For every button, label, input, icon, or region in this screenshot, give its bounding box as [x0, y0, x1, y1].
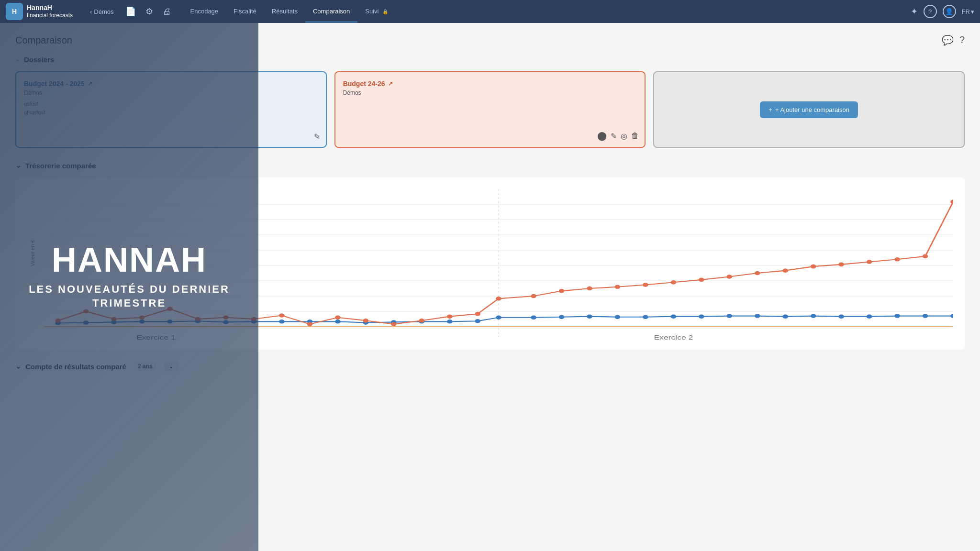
- settings-nav-icon[interactable]: ⚙: [144, 4, 155, 19]
- svg-point-50: [838, 314, 844, 319]
- language-selector[interactable]: FR ▾: [962, 8, 974, 15]
- compte-resultats-header[interactable]: ⌄ Compte de résultats comparé 2 ans ⌄: [15, 361, 965, 372]
- help-circle-icon[interactable]: ?: [924, 5, 937, 18]
- svg-point-58: [139, 316, 145, 320]
- svg-point-63: [279, 313, 285, 318]
- svg-point-52: [894, 314, 900, 318]
- magic-wand-icon[interactable]: ✦: [911, 6, 918, 17]
- svg-point-59: [167, 307, 173, 311]
- dossiers-label: Dossiers: [24, 55, 54, 64]
- print-nav-icon[interactable]: 🖨: [161, 5, 173, 19]
- tab-suivi[interactable]: Suivi 🔒: [357, 1, 396, 22]
- page-title: Comparaison: [15, 35, 72, 46]
- svg-point-26: [167, 320, 173, 324]
- svg-point-49: [811, 314, 816, 318]
- nav-right-actions: ✦ ? 👤 FR ▾: [911, 5, 974, 18]
- tab-comparaison[interactable]: Comparaison: [305, 1, 357, 22]
- svg-point-32: [335, 320, 341, 324]
- svg-point-41: [587, 314, 592, 319]
- svg-point-64: [307, 322, 313, 326]
- svg-point-61: [223, 316, 229, 320]
- nav-back-label: Démos: [94, 8, 113, 15]
- dossier-card-1[interactable]: Budget 2024 - 2025 ↗ Démos qsfqsf qfsqsf…: [15, 71, 327, 148]
- svg-point-81: [782, 268, 788, 273]
- svg-point-70: [475, 312, 480, 316]
- svg-point-38: [496, 316, 501, 320]
- svg-point-80: [755, 271, 760, 276]
- svg-point-43: [643, 315, 648, 319]
- svg-point-68: [419, 319, 424, 323]
- dossier-card-1-actions: ✎: [314, 132, 320, 141]
- svg-point-69: [447, 314, 453, 319]
- svg-point-36: [447, 320, 453, 324]
- nav-back-button[interactable]: ‹ Démos: [86, 6, 118, 17]
- card2-hide-icon[interactable]: ◎: [621, 132, 627, 141]
- svg-point-48: [782, 314, 788, 319]
- svg-point-86: [923, 254, 928, 259]
- tab-fiscalite[interactable]: Fiscalité: [226, 1, 264, 22]
- tresorerie-label: Trésorerie comparée: [25, 162, 96, 170]
- svg-point-84: [867, 260, 872, 264]
- dossier-card-1-title: Budget 2024 - 2025 ↗: [24, 80, 318, 88]
- tab-encodage[interactable]: Encodage: [183, 1, 226, 22]
- svg-point-75: [615, 285, 621, 289]
- dossier-card-2[interactable]: Budget 24-26 ↗ Démos ⬤ ✎ ◎ 🗑: [334, 71, 646, 148]
- compte-chevron-icon: ⌄: [15, 362, 22, 371]
- svg-point-66: [363, 319, 368, 323]
- svg-point-83: [838, 263, 844, 267]
- plus-icon: +: [768, 106, 772, 113]
- card1-edit-icon[interactable]: ✎: [314, 132, 320, 141]
- card2-external-link-icon[interactable]: ↗: [388, 80, 393, 87]
- user-avatar-icon[interactable]: 👤: [943, 5, 956, 18]
- card2-delete-icon[interactable]: 🗑: [631, 132, 639, 140]
- card1-external-link-icon[interactable]: ↗: [88, 80, 92, 87]
- svg-point-30: [279, 320, 285, 324]
- logo-icon: H: [6, 3, 23, 20]
- compte-years-badge: 2 ans: [134, 362, 156, 371]
- svg-point-85: [894, 257, 900, 262]
- card2-color-icon[interactable]: ⬤: [597, 131, 607, 141]
- compte-resultats-label: Compte de résultats comparé: [25, 363, 126, 371]
- dossier-card-2-actions: ⬤ ✎ ◎ 🗑: [597, 131, 639, 141]
- card2-edit-icon[interactable]: ✎: [611, 132, 617, 141]
- logo-area: H HannaH financial forecasts: [6, 3, 82, 20]
- svg-point-45: [699, 314, 704, 319]
- svg-point-72: [531, 294, 536, 298]
- svg-point-73: [559, 289, 565, 293]
- compte-expand-button[interactable]: ⌄: [164, 361, 178, 372]
- svg-text:Exercice 2: Exercice 2: [654, 334, 693, 341]
- add-comparison-card[interactable]: + + Ajouter une comparaison: [653, 71, 965, 148]
- svg-point-87: [950, 199, 953, 204]
- dossiers-chevron-icon: ⌄: [15, 56, 20, 63]
- chart-svg: 0 € 100 000 € 200 000 € 300 000 € 400 00…: [44, 189, 953, 342]
- svg-point-25: [139, 320, 145, 324]
- main-content: Comparaison 💬 ? ⌄ Dossiers Budget 2024 -…: [0, 23, 980, 383]
- dossiers-section-header[interactable]: ⌄ Dossiers: [15, 55, 965, 64]
- tresorerie-section-header[interactable]: ⌄ Trésorerie comparée: [15, 161, 965, 170]
- help-icon[interactable]: ?: [959, 34, 965, 46]
- comment-icon[interactable]: 💬: [942, 34, 954, 46]
- tab-resultats[interactable]: Résultats: [264, 1, 305, 22]
- page-title-actions: 💬 ?: [942, 34, 965, 46]
- dossier-card-2-title: Budget 24-26 ↗: [343, 80, 637, 88]
- dossier-card-2-subtitle: Démos: [343, 89, 637, 96]
- dossier-card-1-subtitle: Démos: [24, 89, 318, 96]
- suivi-lock-icon: 🔒: [382, 9, 388, 14]
- dossiers-grid: Budget 2024 - 2025 ↗ Démos qsfqsf qfsqsf…: [15, 71, 965, 148]
- svg-point-62: [251, 317, 257, 321]
- top-nav: H HannaH financial forecasts ‹ Démos 📄 ⚙…: [0, 0, 980, 23]
- svg-point-56: [83, 309, 89, 314]
- tresorerie-chevron-icon: ⌄: [15, 161, 22, 170]
- svg-point-40: [559, 315, 565, 319]
- svg-point-47: [755, 314, 760, 318]
- svg-point-76: [643, 283, 648, 287]
- file-nav-icon[interactable]: 📄: [123, 4, 138, 19]
- page-title-row: Comparaison 💬 ?: [15, 34, 965, 46]
- svg-point-67: [391, 322, 397, 326]
- nav-icon-group: 📄 ⚙ 🖨: [123, 4, 173, 19]
- svg-point-71: [496, 297, 501, 301]
- tresorerie-section: ⌄ Trésorerie comparée Valeur en € 0 € 10…: [15, 161, 965, 350]
- add-comparison-button[interactable]: + + Ajouter une comparaison: [760, 101, 858, 118]
- compte-resultats-section: ⌄ Compte de résultats comparé 2 ans ⌄: [15, 361, 965, 372]
- svg-point-74: [587, 287, 592, 291]
